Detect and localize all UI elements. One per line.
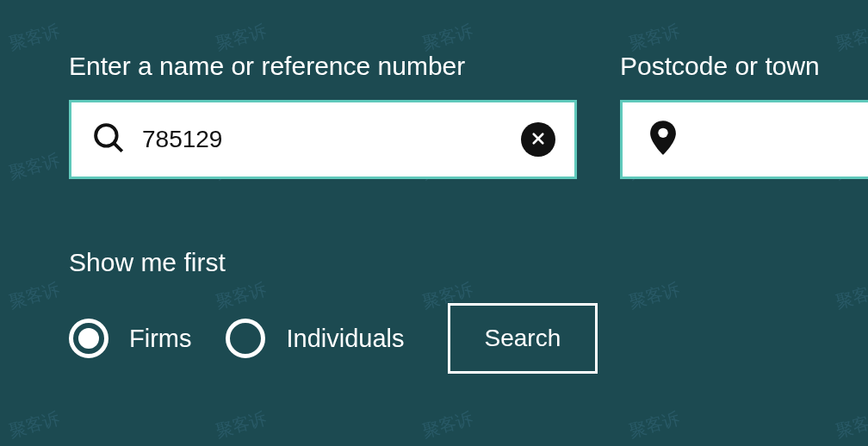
- name-field-group: Enter a name or reference number: [69, 52, 577, 179]
- postcode-label: Postcode or town: [620, 52, 868, 81]
- search-button[interactable]: Search: [448, 303, 598, 374]
- name-label: Enter a name or reference number: [69, 52, 577, 81]
- svg-point-0: [96, 125, 117, 146]
- radio-label-individuals: Individuals: [286, 325, 404, 353]
- close-icon: [530, 131, 546, 149]
- show-me-first-label: Show me first: [69, 248, 799, 277]
- name-input-wrapper: [69, 100, 577, 179]
- radio-circle-icon: [69, 319, 108, 358]
- radio-circle-icon: [226, 319, 265, 358]
- location-icon: [648, 121, 678, 158]
- radio-option-firms[interactable]: Firms: [69, 319, 191, 358]
- radio-label-firms: Firms: [129, 325, 191, 353]
- postcode-input[interactable]: [678, 126, 868, 153]
- radio-option-individuals[interactable]: Individuals: [226, 319, 404, 358]
- name-input[interactable]: [127, 126, 521, 153]
- postcode-input-wrapper: [620, 100, 868, 179]
- postcode-field-group: Postcode or town: [620, 52, 868, 179]
- show-me-first-section: Show me first Firms Individuals Search: [69, 248, 799, 374]
- search-icon: [90, 120, 127, 159]
- svg-point-4: [658, 128, 667, 138]
- options-row: Firms Individuals Search: [69, 303, 799, 374]
- clear-button[interactable]: [521, 122, 555, 157]
- svg-line-1: [114, 143, 122, 152]
